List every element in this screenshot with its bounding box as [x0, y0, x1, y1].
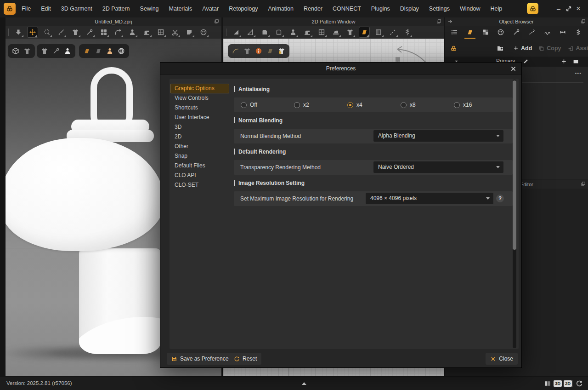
toggle-avatar-skin[interactable]	[106, 47, 113, 55]
dialog-scrollbar[interactable]	[513, 80, 516, 348]
toggle-info[interactable]	[255, 47, 262, 55]
tool-pin[interactable]	[84, 27, 95, 38]
toggle-lock-garment[interactable]	[278, 47, 285, 55]
radio-antialiasing-x2[interactable]: x2	[294, 98, 309, 112]
sidebar-item-user-interface[interactable]: User Interface	[170, 113, 229, 122]
more-menu[interactable]: •••	[575, 70, 582, 76]
tool-lasso[interactable]	[41, 27, 52, 38]
tool-elastic[interactable]	[401, 27, 413, 38]
menu-item-render[interactable]: Render	[299, 0, 328, 17]
tool-sewing-machine[interactable]	[141, 27, 152, 38]
tool-pattern[interactable]	[259, 27, 270, 38]
sidebar-item-graphic-options[interactable]: Graphic Options	[170, 84, 229, 93]
tool-pattern-outline[interactable]	[273, 27, 284, 38]
tab-fabric[interactable]	[463, 26, 477, 38]
menu-item-avatar[interactable]: Avatar	[197, 0, 224, 17]
toggle-show-pin[interactable]	[52, 47, 60, 55]
help-icon[interactable]: ?	[496, 195, 504, 202]
menu-item-edit[interactable]: Edit	[36, 0, 56, 17]
collapse-arrow-icon[interactable]	[447, 19, 453, 24]
split-view-icon[interactable]	[544, 380, 551, 387]
toggle-curve[interactable]	[232, 47, 239, 55]
tab-pin[interactable]	[509, 26, 523, 38]
tool-move[interactable]	[27, 27, 38, 38]
menu-item-sewing[interactable]: Sewing	[135, 0, 164, 17]
toggle-fabric-back[interactable]	[95, 47, 102, 55]
tab-trim[interactable]	[556, 26, 570, 38]
save-as-preferences-button[interactable]: Save as Preferences	[167, 353, 236, 365]
clo-connect-badge-icon[interactable]	[527, 3, 538, 14]
tool-texture[interactable]	[359, 27, 370, 38]
view-2d-badge[interactable]: 2D	[564, 380, 572, 387]
menu-item-settings[interactable]: Settings	[424, 0, 455, 17]
tool-avatar[interactable]	[127, 27, 138, 38]
toggle-show-fabric[interactable]	[266, 47, 274, 55]
tool-transform-pattern[interactable]	[231, 27, 242, 38]
tool-button-tack[interactable]	[198, 27, 209, 38]
toggle-show-avatar[interactable]	[64, 47, 71, 55]
tab-scene-list[interactable]	[447, 26, 461, 38]
detach-icon[interactable]	[214, 19, 219, 24]
toggle-show-garment[interactable]	[243, 47, 251, 55]
sidebar-item-2d[interactable]: 2D	[170, 132, 229, 142]
tool-arrow-down[interactable]	[13, 27, 24, 38]
menu-item-materials[interactable]: Materials	[164, 0, 198, 17]
edit-pencil-icon[interactable]	[523, 58, 529, 64]
tool-pattern-window[interactable]	[155, 27, 166, 38]
refresh-icon[interactable]	[576, 380, 583, 387]
tool-pattern-window[interactable]	[316, 27, 327, 38]
menu-item-connect[interactable]: CONNECT	[328, 0, 366, 17]
tool-arrange[interactable]	[98, 27, 109, 38]
tab-puckering[interactable]	[541, 26, 554, 38]
toggle-grid-globe[interactable]	[118, 47, 125, 55]
sidebar-item-3d[interactable]: 3D	[170, 122, 229, 132]
radio-antialiasing-off[interactable]: Off	[241, 98, 257, 112]
add-to-library-icon[interactable]	[497, 45, 504, 52]
expand-tray-caret[interactable]	[302, 382, 306, 385]
copy-button[interactable]: Copy	[538, 45, 561, 52]
restore-button[interactable]	[565, 5, 572, 12]
scrollbar-thumb[interactable]	[513, 80, 516, 250]
tool-garment[interactable]	[70, 27, 81, 38]
menu-item-animation[interactable]: Animation	[263, 0, 299, 17]
tool-avatar-silhouette[interactable]	[288, 27, 299, 38]
normal-blending-select[interactable]: Alpha Blending	[373, 130, 503, 142]
tool-iron[interactable]	[330, 27, 341, 38]
radio-antialiasing-x16[interactable]: x16	[454, 98, 472, 112]
minimize-button[interactable]: –	[555, 5, 562, 12]
toggle-fabric-front[interactable]	[83, 47, 90, 55]
menu-item-window[interactable]: Window	[455, 0, 485, 17]
menu-item-3d-garment[interactable]: 3D Garment	[56, 0, 97, 17]
detach-icon[interactable]	[581, 181, 586, 186]
close-window-button[interactable]: ×	[575, 5, 582, 12]
radio-antialiasing-x8[interactable]: x8	[401, 98, 416, 112]
image-resolution-setting-select[interactable]: 4096 × 4096 pixels	[366, 193, 493, 204]
tool-sewing-machine[interactable]	[302, 27, 313, 38]
tool-baseline[interactable]	[387, 27, 398, 38]
dialog-header[interactable]: Preferences	[160, 63, 521, 75]
menu-item-display[interactable]: Display	[395, 0, 424, 17]
menu-item-plugins[interactable]: Plugins	[366, 0, 395, 17]
assign-button[interactable]: Assign	[568, 45, 588, 52]
menu-item-2d-pattern[interactable]: 2D Pattern	[97, 0, 135, 17]
tab-button[interactable]	[494, 26, 508, 38]
sidebar-item-snap[interactable]: Snap	[170, 151, 229, 161]
default-rendering-select[interactable]: Naive Ordered	[373, 161, 503, 173]
radio-antialiasing-x4[interactable]: x4	[347, 98, 362, 112]
add-item-icon[interactable]	[561, 58, 567, 64]
tool-garment[interactable]	[345, 27, 356, 38]
tool-sticker[interactable]	[184, 27, 195, 38]
sidebar-item-view-controls[interactable]: View Controls	[170, 93, 229, 103]
sidebar-item-clo-api[interactable]: CLO API	[170, 171, 229, 180]
toggle-show-garment[interactable]	[23, 47, 31, 55]
tab-topstitch[interactable]	[525, 26, 539, 38]
tool-fold[interactable]	[113, 27, 124, 38]
tool-pleats[interactable]	[373, 27, 384, 38]
tool-cut[interactable]	[170, 27, 181, 38]
sidebar-item-clo-set[interactable]: CLO-SET	[170, 180, 229, 190]
tool-edit-pattern[interactable]	[245, 27, 256, 38]
menu-item-retopology[interactable]: Retopology	[224, 0, 263, 17]
detach-icon[interactable]	[436, 19, 441, 24]
tab-zipper[interactable]	[571, 26, 585, 38]
sidebar-item-shortcuts[interactable]: Shortcuts	[170, 103, 229, 113]
